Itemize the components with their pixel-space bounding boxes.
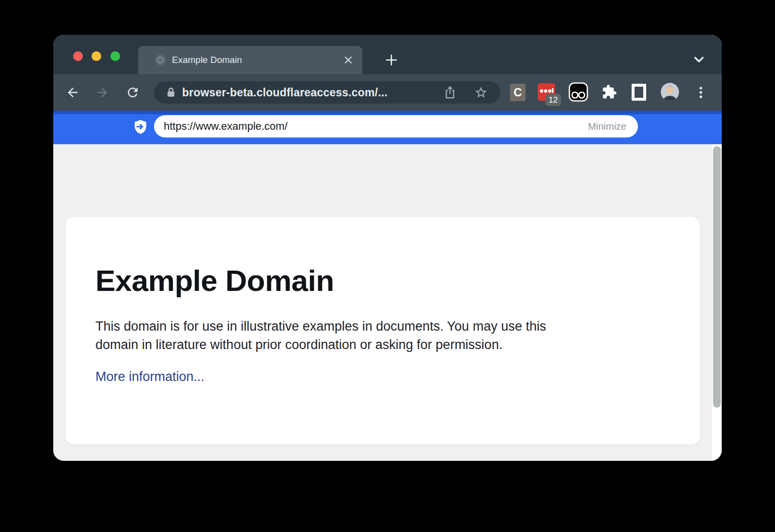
shield-arrow-icon [133,119,148,136]
page-viewport: Example Domain This domain is for use in… [53,144,722,461]
page-paragraph: This domain is for use in illustrative e… [95,317,661,354]
titlebar: Example Domain [53,35,722,74]
new-tab-icon[interactable] [385,53,398,67]
paragraph-line-2: domain in literature without prior coord… [95,335,661,354]
address-bar[interactable]: browser-beta.cloudflareaccess.com/... [154,81,500,104]
toolbar: browser-beta.cloudflareaccess.com/... C [53,74,722,111]
browser-menu-icon[interactable] [695,86,707,99]
isolation-url-input[interactable]: https://www.example.com/ Minimize [154,115,638,137]
content-card: Example Domain This domain is for use in… [65,217,700,444]
minimize-window-button[interactable] [92,51,101,61]
isolation-bar-top-strip [53,111,722,114]
isolation-url-value[interactable]: https://www.example.com/ [164,115,288,137]
address-bar-url[interactable]: browser-beta.cloudflareaccess.com/... [182,81,388,104]
bookmark-star-icon[interactable] [474,86,488,99]
extensions-puzzle-icon[interactable] [602,84,617,100]
extension-c-icon[interactable]: C [510,84,526,101]
tab-title: Example Domain [172,46,242,74]
more-information-link[interactable]: More information... [95,369,204,384]
zoom-window-button[interactable] [110,51,120,61]
page-title: Example Domain [95,263,661,298]
reload-icon[interactable] [125,85,140,100]
browser-window: Example Domain browser-beta.clo [53,35,722,461]
paragraph-line-1: This domain is for use in illustrative e… [95,317,661,335]
browser-tab[interactable]: Example Domain [138,46,362,74]
forward-icon[interactable] [95,85,109,100]
tab-close-icon[interactable] [343,55,354,65]
close-window-button[interactable] [73,51,83,61]
extension-two-circles-icon[interactable] [569,82,588,102]
extension-badge: 12 [545,94,561,106]
scrollbar-thumb[interactable] [713,146,721,408]
chevron-down-icon[interactable] [692,53,706,66]
extension-square-outline-icon[interactable] [632,84,646,101]
isolation-bar: https://www.example.com/ Minimize [53,111,722,144]
lock-icon [165,86,177,99]
profile-avatar[interactable] [661,83,679,101]
share-icon[interactable] [443,86,457,99]
tab-favicon-globe-icon [155,54,166,66]
back-icon[interactable] [65,85,80,100]
scrollbar-track[interactable] [712,144,722,461]
minimize-button[interactable]: Minimize [588,115,626,137]
